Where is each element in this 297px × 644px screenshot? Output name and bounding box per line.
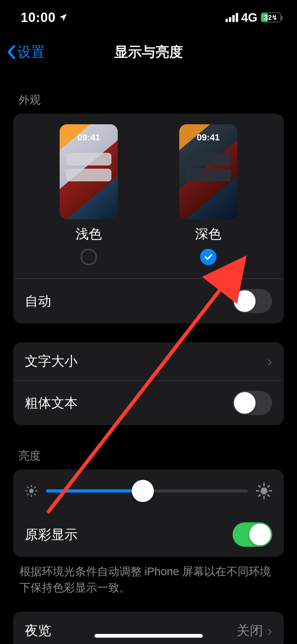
status-bar: 10:00 4G 32↯ [0,0,297,35]
check-icon [203,252,213,262]
signal-icon [225,13,238,22]
svg-line-8 [35,487,35,488]
nav-bar: 设置 显示与亮度 [0,35,297,69]
svg-line-4 [35,494,35,495]
true-tone-label: 原彩显示 [25,526,78,544]
status-right: 4G 32↯ [225,10,281,25]
brightness-group: 原彩显示 [13,470,284,557]
battery-icon: 32↯ [261,12,281,22]
true-tone-note: 根据环境光条件自动调整 iPhone 屏幕以在不同环境下保持色彩显示一致。 [13,557,284,596]
bold-text-cell: 粗体文本 [13,380,284,425]
appearance-option-dark[interactable]: 09:41 深色 [179,124,237,265]
chevron-right-icon: › [267,622,272,639]
brightness-header: 亮度 [13,425,284,470]
text-group: 文字大小 › 粗体文本 [13,342,284,425]
light-radio[interactable] [81,249,97,265]
svg-line-7 [27,494,28,495]
light-label: 浅色 [76,225,102,243]
network-label: 4G [241,10,257,25]
appearance-group: 09:41 浅色 09:41 深色 [13,114,284,323]
brightness-slider-cell [13,470,284,512]
svg-point-9 [261,487,267,494]
auto-appearance-cell: 自动 [13,279,284,323]
bold-text-toggle[interactable] [233,391,272,415]
dark-radio[interactable] [200,249,216,265]
svg-point-0 [29,489,34,493]
night-shift-value: 关闭 [237,622,263,640]
night-shift-group: 夜览 关闭 › [13,612,284,644]
home-indicator[interactable] [95,634,203,638]
bold-text-label: 粗体文本 [25,394,78,412]
sun-large-icon [256,483,272,499]
auto-toggle[interactable] [233,289,272,313]
dark-label: 深色 [195,225,221,243]
text-size-cell[interactable]: 文字大小 › [13,342,284,380]
svg-line-3 [27,487,28,488]
light-preview-icon: 09:41 [60,124,118,219]
status-time-region: 10:00 [21,10,68,25]
status-time: 10:00 [21,10,56,25]
true-tone-cell: 原彩显示 [13,512,284,557]
dark-preview-icon: 09:41 [179,124,237,219]
text-size-label: 文字大小 [25,352,78,370]
auto-label: 自动 [25,292,51,310]
svg-line-13 [268,495,269,496]
page-title: 显示与亮度 [0,43,297,61]
night-shift-cell[interactable]: 夜览 关闭 › [13,612,284,644]
true-tone-toggle[interactable] [233,522,272,547]
appearance-option-light[interactable]: 09:41 浅色 [60,124,118,265]
chevron-right-icon: › [267,353,272,370]
appearance-header: 外观 [13,69,284,114]
svg-line-12 [259,486,260,487]
night-shift-label: 夜览 [25,622,51,640]
svg-line-17 [268,486,269,487]
brightness-slider[interactable] [46,489,248,493]
location-icon [58,13,68,22]
sun-small-icon [25,484,38,498]
svg-line-16 [259,495,260,496]
